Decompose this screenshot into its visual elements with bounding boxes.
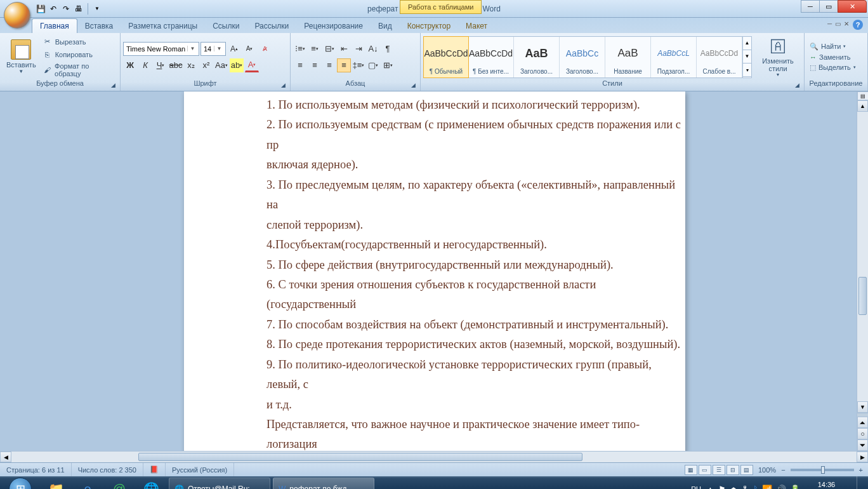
office-button[interactable] [4, 2, 30, 29]
wifi-icon[interactable]: 📶 [762, 485, 772, 490]
underline-button[interactable]: Ч▾ [154, 58, 168, 72]
explorer-icon[interactable]: 📁 [41, 478, 71, 489]
align-center-button[interactable]: ≡ [308, 58, 322, 72]
scroll-up-icon[interactable]: ▲ [743, 37, 751, 50]
scroll-up-button[interactable]: ▲ [857, 100, 868, 112]
style-title[interactable]: AaB Название [605, 37, 651, 77]
bullets-button[interactable]: ⁝≡▾ [293, 42, 307, 56]
replace-button[interactable]: ↔Заменить [807, 53, 858, 62]
font-size-combo[interactable]: 14▼ [201, 42, 226, 56]
scroll-track[interactable] [857, 112, 868, 401]
clock[interactable]: 14:36 14.01.2015 [805, 481, 848, 489]
style-heading2[interactable]: AaBbCc Заголово... [560, 37, 605, 77]
line-spacing-button[interactable]: ‡≡▾ [352, 58, 365, 72]
scroll-down-icon[interactable]: ▼ [743, 50, 751, 64]
tab-design[interactable]: Конструктор [400, 19, 458, 33]
line[interactable]: Представляется, что важное научное и пра… [266, 415, 685, 451]
sort-button[interactable]: A↓ [366, 42, 380, 56]
line[interactable]: 7. По способам воздействия на объект (де… [266, 315, 685, 335]
prev-page-button[interactable]: ⏶ [857, 417, 868, 428]
zoom-level[interactable]: 100% [758, 466, 776, 474]
maximize-button[interactable]: ▭ [819, 0, 838, 13]
undo-icon[interactable]: ↶ [48, 4, 58, 14]
show-marks-button[interactable]: ¶ [381, 42, 395, 56]
justify-button[interactable]: ≡ [337, 58, 351, 72]
status-words[interactable]: Число слов: 2 350 [72, 463, 143, 476]
view-fullscreen-button[interactable]: ▭ [699, 465, 711, 475]
save-icon[interactable]: 💾 [36, 4, 46, 14]
tab-insert[interactable]: Вставка [77, 19, 121, 33]
zoom-slider[interactable] [791, 469, 854, 471]
status-page[interactable]: Страница: 6 из 11 [0, 463, 72, 476]
line[interactable]: 2. По используемым средствам (с применен… [266, 115, 685, 155]
tab-home[interactable]: Главная [32, 18, 77, 33]
tab-view[interactable]: Вид [371, 19, 400, 33]
scroll-thumb[interactable] [858, 277, 867, 315]
superscript-button[interactable]: x² [199, 58, 213, 72]
subscript-button[interactable]: x₂ [184, 58, 198, 72]
document-viewport[interactable]: 1. По используемым методам (физический и… [0, 91, 857, 451]
style-nospacing[interactable]: AaBbCcDd ¶ Без инте... [468, 37, 514, 77]
close-button[interactable]: ✕ [838, 0, 867, 13]
scroll-left-button[interactable]: ◀ [0, 452, 11, 462]
change-case-button[interactable]: Aa▾ [214, 58, 228, 72]
document-text[interactable]: 1. По используемым методам (физический и… [266, 95, 685, 451]
numbering-button[interactable]: ≡▾ [308, 42, 322, 56]
status-language[interactable]: Русский (Россия) [166, 463, 234, 476]
scroll-down-button[interactable]: ▼ [857, 401, 868, 413]
font-color-button[interactable]: A▾ [245, 58, 259, 72]
style-subtitle[interactable]: AaBbCcL Подзагол... [651, 37, 697, 77]
clear-formatting-button[interactable]: A̷ [258, 42, 272, 56]
browse-object-button[interactable]: ○ [857, 428, 868, 439]
strikethrough-button[interactable]: abc [169, 58, 183, 72]
shading-button[interactable]: ▢▾ [366, 58, 380, 72]
select-button[interactable]: ⬚Выделить▾ [807, 63, 858, 72]
tray-up-icon[interactable]: ▲ [706, 485, 714, 490]
line[interactable]: 6. С точки зрения отношения субъектов к … [266, 275, 685, 315]
task-word[interactable]: W реферат по бжд... [273, 478, 374, 489]
increase-indent-button[interactable]: ⇥ [352, 42, 365, 56]
zoom-out-button[interactable]: − [781, 466, 785, 474]
zoom-thumb[interactable] [821, 466, 825, 474]
scroll-track[interactable] [11, 452, 857, 462]
start-button[interactable] [3, 476, 38, 489]
action-center-icon[interactable]: ⚑ [718, 485, 726, 490]
highlight-button[interactable]: ab▾ [230, 58, 244, 72]
cut-button[interactable]: ✂Вырезать [40, 36, 117, 48]
find-button[interactable]: 🔍Найти▾ [807, 42, 858, 51]
help-icon[interactable]: ? [853, 20, 863, 30]
dialog-launcher-icon[interactable]: ◢ [409, 81, 418, 90]
network-icon[interactable]: 🖧 [741, 485, 749, 490]
multilevel-button[interactable]: ⊟▾ [322, 42, 336, 56]
safely-remove-icon[interactable]: ⏏ [730, 485, 737, 490]
font-name-combo[interactable]: Times New Roman▼ [123, 42, 199, 56]
line[interactable]: включая ядерное). [266, 155, 685, 175]
dialog-launcher-icon[interactable]: ◢ [792, 81, 801, 90]
chrome-icon[interactable]: 🌐 [136, 478, 166, 489]
minimize-button[interactable]: ─ [801, 0, 820, 13]
line[interactable]: 1. По используемым методам (физический и… [266, 95, 685, 115]
doc-window-controls[interactable]: ─▭✕ [827, 20, 849, 27]
bold-button[interactable]: Ж [123, 58, 137, 72]
volume-icon[interactable]: 🔊 [776, 485, 786, 490]
ruler-toggle-button[interactable]: ▤ [857, 91, 868, 100]
decrease-indent-button[interactable]: ⇤ [337, 42, 351, 56]
dialog-launcher-icon[interactable]: ◢ [109, 81, 117, 90]
italic-button[interactable]: К [138, 58, 152, 72]
change-styles-button[interactable]: 🄰 Изменить стили ▼ [754, 36, 801, 78]
line[interactable]: 8. По среде протекания террористических … [266, 335, 685, 354]
line[interactable]: 3. По преследуемым целям, по характеру о… [266, 175, 685, 215]
show-desktop-button[interactable] [857, 476, 863, 489]
style-weak[interactable]: AaBbCcDd Слабое в... [697, 37, 742, 77]
qat-customize-icon[interactable]: ▼ [92, 4, 102, 14]
battery-icon[interactable]: 🔋 [790, 485, 800, 490]
line[interactable]: 5. По сфере действия (внутригосударствен… [266, 255, 685, 275]
line[interactable]: слепой терроризм). [266, 215, 685, 235]
line[interactable]: 9. По политико-идеологической установке … [266, 355, 685, 395]
line[interactable]: и т.д. [266, 395, 685, 415]
align-left-button[interactable]: ≡ [293, 58, 307, 72]
expand-gallery-icon[interactable]: ▾ [743, 64, 751, 77]
scroll-thumb[interactable] [138, 453, 582, 461]
shrink-font-button[interactable]: A▾ [242, 42, 256, 56]
next-page-button[interactable]: ⏷ [857, 439, 868, 451]
